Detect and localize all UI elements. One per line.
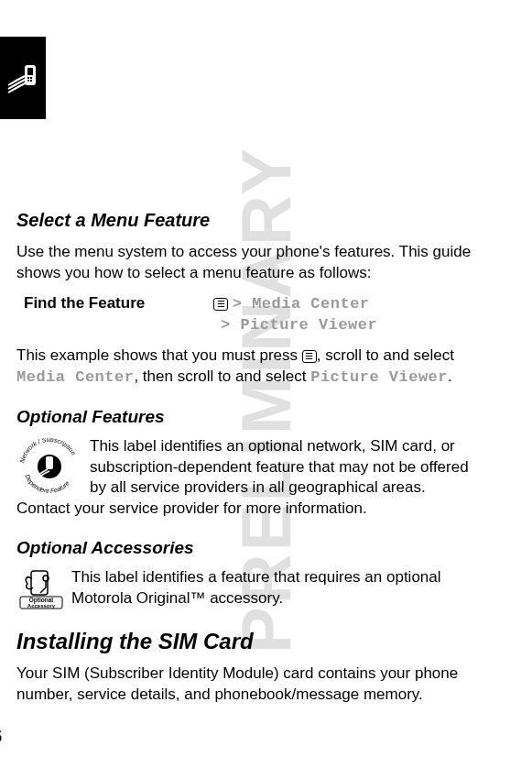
heading-optional-accessories: Optional Accessories xyxy=(16,536,479,560)
optional-accessories-paragraph: Optional Accessory This label identifies… xyxy=(16,567,479,610)
svg-rect-1 xyxy=(27,68,33,75)
svg-rect-5 xyxy=(30,80,32,82)
heading-select-menu: Select a Menu Feature xyxy=(16,208,479,233)
find-feature-block: Find the Feature ☰ > Media Center > Pict… xyxy=(16,293,479,336)
heading-installing-sim: Installing the SIM Card xyxy=(16,627,479,656)
phone-signal-icon xyxy=(5,60,41,96)
optional-accessory-icon: Optional Accessory xyxy=(18,569,64,610)
svg-rect-9 xyxy=(46,456,53,469)
svg-rect-3 xyxy=(30,77,32,79)
menu-path: ☰ > Media Center > Picture Viewer xyxy=(213,293,377,336)
chapter-tab xyxy=(0,37,46,119)
menu-key-icon: ☰ xyxy=(302,350,317,363)
intro-paragraph: Use the menu system to access your phone… xyxy=(16,242,479,284)
network-subscription-icon: Network / Subscription Dependent Feature xyxy=(16,438,82,495)
heading-optional-features: Optional Features xyxy=(16,405,479,429)
example-paragraph: This example shows that you must press ☰… xyxy=(16,346,479,389)
find-feature-label: Find the Feature xyxy=(16,293,213,336)
sim-paragraph: Your SIM (Subscriber Identity Module) ca… xyxy=(16,664,479,706)
menu-key-icon: ☰ xyxy=(213,298,228,311)
optional-features-paragraph: Network / Subscription Dependent Feature… xyxy=(16,436,479,521)
page-number: 15 xyxy=(0,726,516,748)
svg-rect-2 xyxy=(27,77,29,79)
svg-text:Accessory: Accessory xyxy=(27,603,56,609)
